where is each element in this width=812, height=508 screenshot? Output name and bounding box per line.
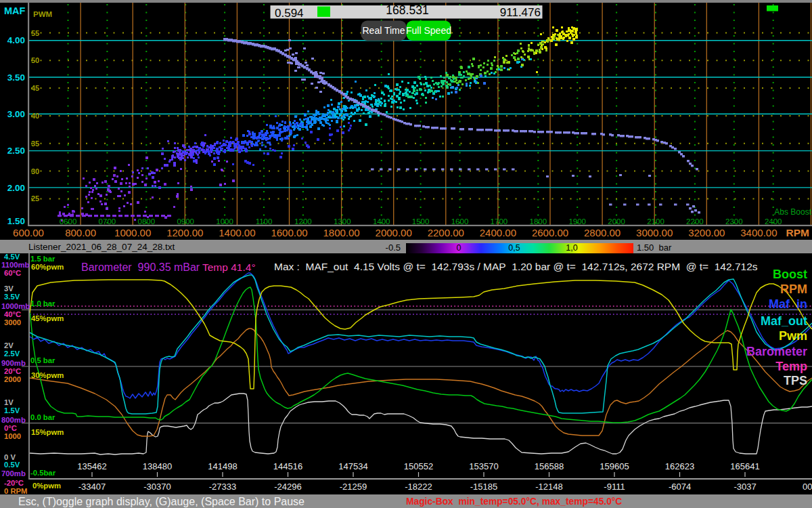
- svg-text:30%pwm: 30%pwm: [31, 371, 64, 379]
- svg-text:0.5 bar: 0.5 bar: [30, 356, 55, 364]
- svg-text:2800.00: 2800.00: [584, 227, 621, 238]
- svg-text:159605: 159605: [600, 461, 629, 471]
- svg-text:0°C: 0°C: [4, 424, 17, 432]
- svg-text:Barometer 990.35 mBar: Barometer 990.35 mBar: [81, 261, 200, 273]
- svg-text:RPM: RPM: [780, 282, 807, 296]
- svg-text:25: 25: [31, 194, 39, 203]
- svg-text:Maf_in: Maf_in: [769, 297, 807, 311]
- svg-text:800.00: 800.00: [65, 227, 96, 238]
- svg-text:2400.00: 2400.00: [480, 227, 516, 238]
- svg-text:700mb: 700mb: [1, 469, 26, 478]
- svg-text:MAF: MAF: [4, 5, 26, 16]
- svg-text:1100mb: 1100mb: [1, 261, 30, 269]
- svg-text:-30370: -30370: [143, 482, 171, 492]
- svg-text:3400.00: 3400.00: [740, 227, 777, 238]
- svg-text:3V: 3V: [4, 284, 14, 293]
- svg-text:135462: 135462: [77, 461, 106, 471]
- svg-text:Full Speed: Full Speed: [406, 25, 451, 36]
- svg-text:1300: 1300: [334, 217, 351, 226]
- svg-text:-21259: -21259: [340, 482, 367, 492]
- svg-text:Barometer: Barometer: [746, 345, 807, 358]
- svg-text:-3037: -3037: [734, 482, 756, 492]
- svg-text:0.5V: 0.5V: [4, 461, 20, 469]
- svg-text:000: 000: [803, 482, 812, 492]
- svg-text:0900: 0900: [177, 217, 194, 226]
- svg-text:1.50 bar: 1.50 bar: [637, 242, 672, 253]
- svg-text:144516: 144516: [273, 461, 302, 471]
- svg-text:50: 50: [31, 56, 39, 64]
- svg-text:2000: 2000: [4, 375, 21, 383]
- svg-text:0,5: 0,5: [508, 243, 520, 253]
- svg-text:141498: 141498: [208, 461, 237, 471]
- svg-text:0700: 0700: [99, 217, 116, 226]
- svg-text:-0.5bar: -0.5bar: [30, 469, 56, 477]
- svg-text:1.5V: 1.5V: [4, 406, 20, 415]
- svg-text:15%pwm: 15%pwm: [31, 428, 64, 436]
- svg-text:1.0 bar: 1.0 bar: [30, 299, 55, 308]
- svg-text:900mb: 900mb: [1, 359, 26, 367]
- svg-text:-6074: -6074: [669, 482, 691, 492]
- svg-text:2.5V: 2.5V: [4, 350, 20, 358]
- svg-text:Pwm: Pwm: [779, 329, 807, 343]
- svg-text:4.00: 4.00: [7, 35, 25, 45]
- svg-text:40: 40: [31, 112, 39, 120]
- svg-text:0: 0: [457, 243, 461, 253]
- svg-text:1000: 1000: [4, 432, 21, 440]
- svg-text:3.00: 3.00: [7, 109, 25, 119]
- svg-text:Esc, (T)oggle graph display, (: Esc, (T)oggle graph display, (G)auge, (S…: [18, 496, 304, 507]
- svg-text:1500: 1500: [412, 217, 430, 226]
- svg-text:55: 55: [31, 29, 39, 37]
- svg-text:2600.00: 2600.00: [532, 227, 568, 238]
- svg-text:-18222: -18222: [405, 482, 432, 492]
- svg-text:PWM: PWM: [33, 10, 52, 18]
- svg-text:45%pwm: 45%pwm: [31, 314, 64, 322]
- svg-text:2400: 2400: [765, 217, 782, 226]
- svg-text:0.594: 0.594: [275, 7, 304, 20]
- svg-text:2.50: 2.50: [7, 146, 25, 156]
- svg-text:Magic-Box min_temp=05.0°C, ma: Magic-Box min_temp=05.0°C, max_temp=45.0…: [406, 496, 622, 507]
- svg-text:1V: 1V: [4, 398, 14, 406]
- svg-text:Boost: Boost: [773, 268, 807, 281]
- svg-text:1200: 1200: [294, 217, 312, 226]
- svg-text:150552: 150552: [404, 461, 433, 471]
- svg-text:911.476: 911.476: [500, 6, 541, 19]
- svg-text:RPM: RPM: [786, 227, 809, 238]
- svg-text:1600: 1600: [451, 217, 469, 226]
- svg-text:2100: 2100: [647, 217, 664, 226]
- svg-text:-9111: -9111: [604, 482, 625, 492]
- svg-text:Max : MAF_out 4.15 Volts @ t: Max : MAF_out 4.15 Volts @ t= 142.793s /…: [274, 261, 758, 272]
- svg-text:45: 45: [31, 84, 39, 92]
- svg-text:0800: 0800: [138, 217, 156, 226]
- svg-text:165641: 165641: [730, 461, 759, 471]
- svg-text:TPS: TPS: [784, 374, 807, 387]
- svg-text:60%pwm: 60%pwm: [31, 263, 64, 271]
- svg-text:3000: 3000: [4, 318, 21, 326]
- svg-text:1600.00: 1600.00: [271, 227, 307, 238]
- svg-text:800mb: 800mb: [1, 416, 26, 424]
- svg-text:1800: 1800: [530, 217, 547, 226]
- svg-text:1400: 1400: [373, 217, 390, 226]
- svg-text:1900: 1900: [568, 217, 586, 226]
- svg-text:2200.00: 2200.00: [428, 227, 464, 238]
- svg-text:30: 30: [31, 167, 39, 175]
- svg-text:0600: 0600: [60, 217, 77, 226]
- svg-text:35: 35: [31, 140, 39, 148]
- svg-text:-33407: -33407: [78, 482, 106, 492]
- svg-text:-12148: -12148: [535, 482, 562, 492]
- svg-text:Real Time: Real Time: [362, 25, 405, 36]
- svg-text:3200.00: 3200.00: [688, 227, 725, 238]
- svg-text:-20°C: -20°C: [4, 479, 24, 487]
- svg-text:Abs Boost: Abs Boost: [774, 207, 811, 217]
- svg-text:2300: 2300: [725, 217, 743, 226]
- svg-text:0.0 bar: 0.0 bar: [30, 413, 55, 421]
- svg-text:3.5V: 3.5V: [4, 293, 20, 301]
- svg-text:-15185: -15185: [470, 482, 497, 492]
- svg-text:60°C: 60°C: [4, 269, 21, 277]
- svg-text:Maf_out: Maf_out: [761, 314, 807, 328]
- svg-text:0%pwm: 0%pwm: [32, 482, 61, 490]
- svg-text:Listener_2021_06_28_07_24_28.t: Listener_2021_06_28_07_24_28.txt: [28, 242, 175, 252]
- svg-text:147534: 147534: [338, 461, 367, 471]
- svg-text:20°C: 20°C: [4, 367, 21, 375]
- svg-text:Temp: Temp: [775, 360, 807, 373]
- svg-text:-0.5: -0.5: [386, 242, 401, 253]
